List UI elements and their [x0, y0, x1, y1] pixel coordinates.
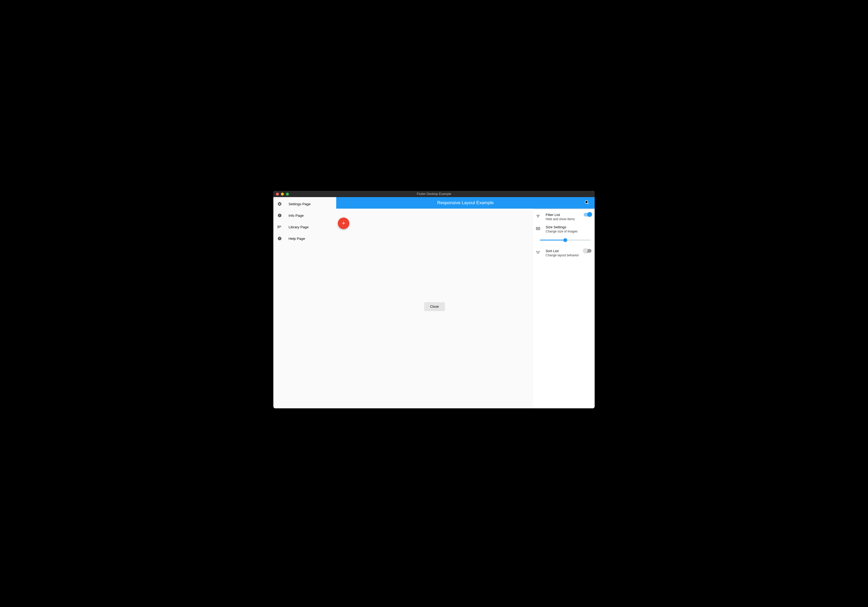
aspect-ratio-icon	[535, 226, 541, 231]
sidebar-item-help[interactable]: ? Help Page	[273, 233, 336, 244]
sidebar-item-library[interactable]: Library Page	[273, 221, 336, 233]
info-icon	[277, 213, 282, 218]
svg-rect-1	[279, 215, 280, 217]
close-button[interactable]: Close	[424, 302, 445, 311]
gear-icon	[277, 201, 282, 206]
app-bar: Responsive Layout Example	[336, 197, 595, 209]
panel-item-subtitle: Change size of images	[546, 229, 592, 233]
panel-item-title: Sort List	[546, 249, 579, 253]
titlebar: Flutter Desktop Example	[273, 191, 595, 197]
svg-line-6	[587, 203, 589, 204]
plus-icon: +	[342, 220, 346, 226]
panel-item-subtitle: Change layout behavior	[546, 254, 579, 257]
sidebar-item-label: Settings Page	[288, 202, 310, 206]
panel-item-title: Filter List	[546, 213, 579, 217]
application-window: Flutter Desktop Example Settings Page In…	[273, 191, 595, 408]
sidebar-item-label: Help Page	[288, 237, 305, 241]
help-icon: ?	[277, 236, 282, 241]
sidebar: Settings Page Info Page Library Page	[273, 197, 336, 408]
panel-item-filter: Filter List Hide and show items	[533, 211, 595, 223]
minimize-window-button[interactable]	[281, 193, 284, 195]
size-slider[interactable]	[540, 238, 591, 242]
panel-item-sort: Sort List Change layout behavior	[533, 247, 595, 259]
filter-toggle[interactable]	[584, 213, 592, 217]
svg-rect-7	[536, 215, 539, 216]
panel-item-subtitle: Hide and show items	[546, 217, 579, 221]
traffic-lights	[273, 193, 289, 195]
right-panel: Filter List Hide and show items	[533, 209, 595, 408]
sidebar-item-settings[interactable]: Settings Page	[273, 198, 336, 210]
panel-item-size: Size Settings Change size of images	[533, 223, 595, 235]
search-button[interactable]	[582, 197, 592, 209]
sidebar-item-label: Library Page	[288, 225, 309, 229]
main-canvas: + Close	[336, 209, 533, 408]
svg-text:?: ?	[279, 237, 281, 240]
library-icon	[277, 225, 282, 229]
sidebar-item-info[interactable]: Info Page	[273, 210, 336, 221]
svg-rect-9	[538, 217, 539, 218]
filter-icon	[535, 213, 541, 219]
svg-rect-2	[279, 214, 280, 215]
sort-toggle[interactable]	[584, 249, 592, 252]
maximize-window-button[interactable]	[286, 193, 289, 195]
search-icon	[584, 200, 589, 206]
page-title: Responsive Layout Example	[437, 200, 493, 206]
panel-item-title: Size Settings	[546, 225, 592, 229]
window-title: Flutter Desktop Example	[273, 192, 595, 196]
close-window-button[interactable]	[276, 193, 279, 195]
svg-point-11	[537, 228, 537, 229]
svg-point-5	[585, 201, 588, 203]
fab-add-button[interactable]: +	[338, 218, 349, 229]
sidebar-item-label: Info Page	[288, 214, 304, 218]
sort-alpha-icon	[535, 249, 541, 255]
svg-rect-8	[537, 216, 539, 217]
